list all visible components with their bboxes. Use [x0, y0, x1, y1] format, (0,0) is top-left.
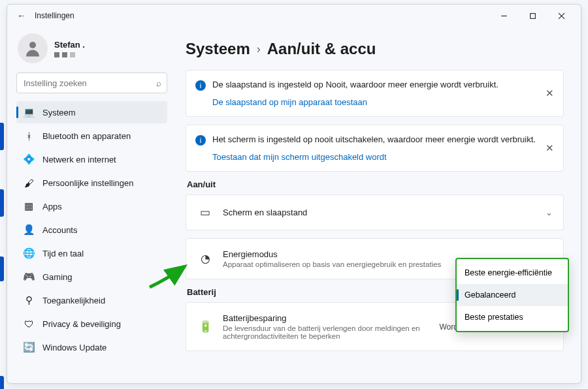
profile-status: [54, 52, 85, 57]
nav-label: Toegankelijkheid: [42, 296, 105, 305]
svg-point-4: [29, 42, 36, 48]
search-icon: ⌕: [156, 78, 161, 88]
dropdown-option-0[interactable]: Beste energie-efficiëntie: [457, 262, 568, 284]
close-icon[interactable]: ✕: [546, 142, 554, 154]
nav-icon: 💠: [23, 153, 35, 165]
window-close-button[interactable]: [547, 6, 576, 25]
nav-icon: 🖌: [23, 178, 35, 189]
sidebar-nav: 💻SysteemᚼBluetooth en apparaten💠Netwerk …: [16, 101, 167, 358]
chevron-down-icon: ⌄: [546, 208, 553, 217]
sidebar-item-0[interactable]: 💻Systeem: [16, 101, 167, 123]
info-alert-0: iDe slaapstand is ingesteld op Nooit, wa…: [186, 70, 564, 117]
sidebar-item-6[interactable]: 🌐Tijd en taal: [16, 242, 167, 264]
nav-label: Windows Update: [42, 343, 106, 352]
sidebar-item-7[interactable]: 🎮Gaming: [16, 266, 167, 288]
alert-text: Het scherm is ingesteld op nooit uitscha…: [212, 134, 536, 144]
alert-link[interactable]: De slaapstand op mijn apparaat toestaan: [212, 97, 538, 107]
sidebar-item-10[interactable]: 🔄Windows Update: [16, 336, 167, 358]
nav-label: Bluetooth en apparaten: [42, 131, 131, 141]
battery-icon: 🔋: [197, 320, 214, 334]
nav-label: Systeem: [42, 108, 76, 117]
sidebar-item-8[interactable]: ⚲Toegankelijkheid: [16, 289, 167, 311]
info-icon: i: [195, 135, 206, 146]
section-title-power: Aan/uit: [187, 179, 564, 189]
titlebar: ← Instellingen: [7, 5, 581, 27]
sidebar-item-2[interactable]: 💠Netwerk en internet: [16, 148, 167, 170]
nav-icon: 🌐: [23, 247, 35, 259]
sidebar-item-9[interactable]: 🛡Privacy & beveiliging: [16, 313, 167, 335]
nav-label: Persoonlijke instellingen: [42, 178, 133, 188]
nav-icon: ⚲: [23, 294, 35, 306]
nav-icon: 💻: [23, 106, 35, 118]
sidebar: Stefan . ⌕ 💻SysteemᚼBluetooth en apparat…: [7, 27, 174, 383]
decorative-left-accent: [0, 38, 4, 358]
nav-icon: 🎮: [23, 271, 35, 283]
window-minimize-button[interactable]: [489, 6, 518, 25]
breadcrumb: Systeem › Aan/uit & accu: [186, 40, 564, 58]
energy-mode-dropdown: Beste energie-efficiëntieGebalanceerdBes…: [455, 258, 569, 332]
sidebar-item-5[interactable]: 👤Accounts: [16, 219, 167, 241]
nav-label: Tijd en taal: [42, 249, 84, 258]
dropdown-option-2[interactable]: Beste prestaties: [457, 306, 568, 328]
nav-label: Gaming: [42, 272, 73, 282]
screen-icon: ▭: [197, 206, 214, 219]
nav-label: Privacy & beveiliging: [42, 319, 121, 329]
nav-icon: 🛡: [23, 319, 35, 330]
main-panel: Systeem › Aan/uit & accu iDe slaapstand …: [174, 27, 581, 383]
alert-link[interactable]: Toestaan dat mijn scherm uitgeschakeld w…: [212, 152, 538, 162]
nav-icon: 🔄: [23, 341, 35, 353]
nav-label: Netwerk en internet: [42, 155, 116, 164]
nav-label: Accounts: [42, 225, 77, 235]
settings-window: ← Instellingen Stefan . ⌕ 💻SysteemᚼBluet…: [7, 4, 581, 384]
row-title: Scherm en slaapstand: [223, 208, 536, 217]
row-screen-sleep[interactable]: ▭ Scherm en slaapstand ⌄: [186, 194, 564, 230]
back-button[interactable]: ←: [15, 10, 28, 21]
dropdown-option-1[interactable]: Gebalanceerd: [457, 284, 568, 306]
sidebar-item-1[interactable]: ᚼBluetooth en apparaten: [16, 125, 167, 147]
breadcrumb-leaf: Aan/uit & accu: [267, 40, 376, 58]
avatar: [18, 33, 48, 63]
window-title: Instellingen: [35, 11, 489, 20]
nav-icon: 👤: [23, 224, 35, 236]
sidebar-item-4[interactable]: ▦Apps: [16, 195, 167, 217]
gauge-icon: ◔: [197, 252, 214, 266]
window-maximize-button[interactable]: [518, 6, 547, 25]
info-icon: i: [195, 80, 206, 91]
row-subtitle: De levensduur van de batterij verlengen …: [223, 324, 430, 340]
sidebar-item-3[interactable]: 🖌Persoonlijke instellingen: [16, 172, 167, 194]
nav-icon: ᚼ: [23, 131, 35, 142]
info-alert-1: iHet scherm is ingesteld op nooit uitsch…: [186, 125, 564, 172]
search-box[interactable]: ⌕: [16, 72, 167, 93]
chevron-right-icon: ›: [257, 42, 261, 56]
breadcrumb-root[interactable]: Systeem: [186, 40, 250, 58]
search-input[interactable]: [24, 78, 156, 88]
nav-icon: ▦: [23, 200, 35, 212]
profile-name: Stefan .: [54, 40, 85, 50]
profile-block[interactable]: Stefan .: [16, 31, 167, 70]
close-icon[interactable]: ✕: [546, 87, 554, 99]
alert-text: De slaapstand is ingesteld op Nooit, waa…: [212, 80, 498, 89]
row-title: Batterijbesparing: [223, 313, 430, 323]
nav-label: Apps: [42, 202, 62, 211]
svg-rect-1: [530, 13, 535, 18]
